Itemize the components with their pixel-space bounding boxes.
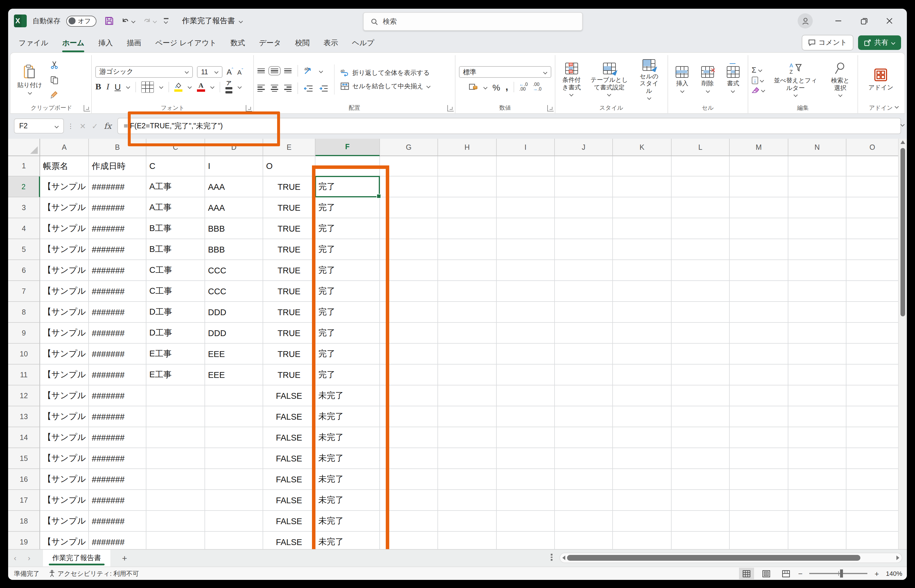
alignment-dialog-launcher[interactable] — [447, 105, 454, 111]
cell-J2[interactable] — [555, 176, 613, 197]
cell-D14[interactable] — [205, 427, 263, 448]
cell-J9[interactable] — [555, 323, 613, 344]
cell-F12[interactable]: 未完了 — [316, 385, 380, 406]
cell-B3[interactable]: ####### — [89, 197, 146, 218]
expand-formula-bar-icon[interactable] — [900, 123, 905, 126]
cell-M7[interactable] — [730, 281, 789, 302]
cell-H19[interactable] — [438, 532, 497, 549]
cell-E18[interactable]: FALSE — [263, 511, 316, 532]
cell-H9[interactable] — [438, 323, 497, 344]
restore-button[interactable] — [851, 9, 877, 33]
cell-N2[interactable] — [789, 176, 847, 197]
fill-color-dropdown-icon[interactable] — [188, 85, 192, 89]
cell-K7[interactable] — [613, 281, 672, 302]
cell-B1[interactable]: 作成日時 — [89, 156, 146, 176]
cell-B17[interactable]: ####### — [89, 490, 146, 511]
cell-D3[interactable]: AAA — [205, 197, 263, 218]
cell-H4[interactable] — [438, 218, 497, 239]
increase-decimal-button[interactable]: ←.0.00 — [519, 82, 528, 92]
cell-N1[interactable] — [789, 156, 847, 176]
cell-A4[interactable]: 【サンプル — [40, 218, 89, 239]
currency-format-button[interactable] — [468, 83, 478, 91]
cell-L15[interactable] — [672, 448, 730, 469]
cell-J7[interactable] — [555, 281, 613, 302]
cell-O3[interactable] — [847, 197, 899, 218]
cell-E11[interactable]: TRUE — [263, 365, 316, 385]
cell-M19[interactable] — [730, 532, 789, 549]
cell-K15[interactable] — [613, 448, 672, 469]
cell-M4[interactable] — [730, 218, 789, 239]
cell-O19[interactable] — [847, 532, 899, 549]
increase-indent-button[interactable] — [319, 84, 329, 92]
column-header-C[interactable]: C — [146, 139, 205, 156]
cell-G16[interactable] — [380, 469, 438, 490]
furigana-button[interactable]: ア — [225, 81, 232, 93]
cell-A13[interactable]: 【サンプル — [40, 406, 89, 427]
page-break-view-button[interactable] — [779, 568, 794, 579]
font-color-dropdown-icon[interactable] — [210, 85, 214, 89]
cell-D8[interactable]: DDD — [205, 302, 263, 323]
horizontal-scroll-thumb[interactable] — [567, 555, 860, 561]
cell-D6[interactable]: CCC — [205, 260, 263, 281]
cell-A18[interactable]: 【サンプル — [40, 511, 89, 532]
cell-L12[interactable] — [672, 385, 730, 406]
cell-E2[interactable]: TRUE — [263, 176, 316, 197]
cell-G4[interactable] — [380, 218, 438, 239]
ribbon-tab-表示[interactable]: 表示 — [317, 34, 345, 52]
bold-button[interactable]: B — [95, 82, 101, 92]
cell-O2[interactable] — [847, 176, 899, 197]
ribbon-tab-挿入[interactable]: 挿入 — [92, 34, 120, 52]
cell-I8[interactable] — [497, 302, 555, 323]
cell-A7[interactable]: 【サンプル — [40, 281, 89, 302]
cell-K5[interactable] — [613, 239, 672, 260]
cell-D12[interactable] — [205, 385, 263, 406]
cell-D16[interactable] — [205, 469, 263, 490]
new-sheet-button[interactable]: + — [122, 553, 127, 563]
underline-button[interactable]: U — [115, 82, 121, 92]
merge-center-button[interactable]: セルを結合して中央揃え — [341, 82, 431, 90]
cell-B16[interactable]: ####### — [89, 469, 146, 490]
cell-F19[interactable]: 未完了 — [316, 532, 380, 549]
font-dialog-launcher[interactable] — [246, 105, 253, 111]
cell-J13[interactable] — [555, 406, 613, 427]
cell-D2[interactable]: AAA — [205, 176, 263, 197]
fill-color-button[interactable] — [174, 82, 182, 91]
row-header-6[interactable]: 6 — [8, 260, 40, 281]
cell-D10[interactable]: EEE — [205, 344, 263, 365]
cell-I1[interactable] — [497, 156, 555, 176]
cell-B5[interactable]: ####### — [89, 239, 146, 260]
row-header-2[interactable]: 2 — [8, 176, 40, 197]
row-header-3[interactable]: 3 — [8, 197, 40, 218]
cell-M10[interactable] — [730, 344, 789, 365]
cell-C2[interactable]: A工事 — [146, 176, 205, 197]
cell-C7[interactable]: C工事 — [146, 281, 205, 302]
column-header-L[interactable]: L — [672, 139, 730, 156]
cell-H13[interactable] — [438, 406, 497, 427]
column-header-B[interactable]: B — [89, 139, 146, 156]
cell-I4[interactable] — [497, 218, 555, 239]
insert-cells-button[interactable]: ← 挿入 — [674, 65, 691, 94]
cell-O14[interactable] — [847, 427, 899, 448]
cell-M2[interactable] — [730, 176, 789, 197]
cell-C9[interactable]: D工事 — [146, 323, 205, 344]
formula-input[interactable]: =IF(E2=TRUE,"完了","未完了") — [117, 118, 901, 134]
cell-C14[interactable] — [146, 427, 205, 448]
cell-C15[interactable] — [146, 448, 205, 469]
orientation-dropdown-icon[interactable] — [319, 69, 323, 73]
cell-O12[interactable] — [847, 385, 899, 406]
zoom-slider-thumb[interactable] — [841, 569, 843, 578]
font-name-combo[interactable]: 游ゴシック — [95, 66, 193, 78]
cell-B2[interactable]: ####### — [89, 176, 146, 197]
cell-B10[interactable]: ####### — [89, 344, 146, 365]
cell-C8[interactable]: D工事 — [146, 302, 205, 323]
clipboard-dialog-launcher[interactable] — [84, 105, 90, 111]
cell-C12[interactable] — [146, 385, 205, 406]
cell-C18[interactable] — [146, 511, 205, 532]
cell-F3[interactable]: 完了 — [316, 197, 380, 218]
cell-K18[interactable] — [613, 511, 672, 532]
row-header-13[interactable]: 13 — [8, 406, 40, 427]
scroll-left-icon[interactable] — [562, 556, 565, 560]
cell-A8[interactable]: 【サンプル — [40, 302, 89, 323]
redo-button[interactable] — [142, 16, 157, 26]
cell-N6[interactable] — [789, 260, 847, 281]
